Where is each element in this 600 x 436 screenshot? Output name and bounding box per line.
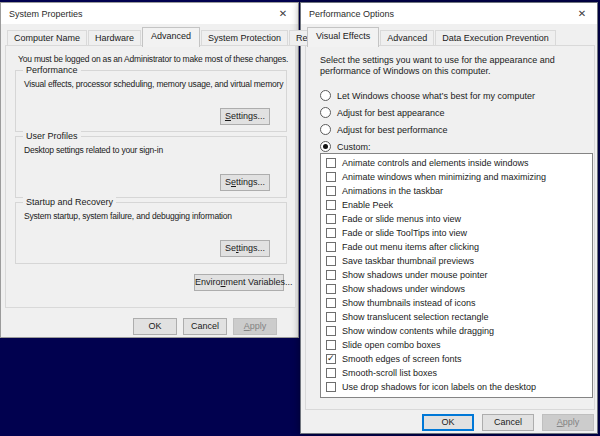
visual-effect-label: Smooth-scroll list boxes — [342, 368, 437, 378]
tab[interactable]: Advanced — [380, 30, 434, 46]
visual-effect-label: Save taskbar thumbnail previews — [342, 256, 474, 266]
ok-button[interactable]: OK — [133, 318, 177, 335]
tab-label: Hardware — [95, 33, 134, 43]
visual-effect-label: Enable Peek — [342, 200, 393, 210]
performance-settings-button[interactable]: Settings... — [220, 108, 270, 125]
radio-option[interactable]: Adjust for best performance — [320, 123, 448, 136]
radio-label: Adjust for best appearance — [337, 108, 445, 118]
checkbox-icon[interactable] — [326, 214, 336, 224]
performance-group-desc: Visual effects, processor scheduling, me… — [24, 79, 283, 89]
cancel-button[interactable]: Cancel — [482, 414, 534, 431]
radio-option[interactable]: Let Windows choose what’s best for my co… — [320, 89, 535, 102]
checkbox-icon[interactable] — [326, 354, 336, 364]
visual-effect-label: Fade or slide ToolTips into view — [342, 228, 467, 238]
performance-group-label: Performance — [23, 65, 81, 75]
visual-effect-row[interactable]: Fade or slide ToolTips into view — [321, 226, 592, 240]
cancel-button[interactable]: Cancel — [183, 318, 227, 335]
performance-group: Performance Visual effects, processor sc… — [15, 70, 287, 132]
visual-effect-label: Animate windows when minimizing and maxi… — [342, 172, 546, 182]
dialog-title: Performance Options — [301, 9, 567, 19]
close-icon[interactable]: ✕ — [567, 3, 597, 24]
ok-button[interactable]: OK — [422, 414, 474, 431]
visual-effect-label: Animate controls and elements inside win… — [342, 158, 529, 168]
tab[interactable]: Hardware — [88, 30, 141, 46]
checkbox-icon[interactable] — [326, 186, 336, 196]
checkbox-icon[interactable] — [326, 284, 336, 294]
apply-button[interactable]: Apply — [542, 414, 594, 431]
tab-label: Visual Effects — [316, 31, 370, 41]
titlebar[interactable]: Performance Options ✕ — [301, 3, 597, 24]
visual-effect-row[interactable]: Show window contents while dragging — [321, 324, 592, 338]
titlebar[interactable]: System Properties ✕ — [1, 3, 298, 24]
radio-icon[interactable] — [320, 107, 331, 118]
visual-effect-row[interactable]: Show shadows under mouse pointer — [321, 268, 592, 282]
visual-effect-row[interactable]: Show shadows under windows — [321, 282, 592, 296]
visual-effect-row[interactable]: Fade out menu items after clicking — [321, 240, 592, 254]
tab-label: Advanced — [387, 33, 427, 43]
visual-effect-row[interactable]: Save taskbar thumbnail previews — [321, 254, 592, 268]
intro-text: Select the settings you want to use for … — [320, 55, 576, 77]
visual-effect-row[interactable]: Fade or slide menus into view — [321, 212, 592, 226]
checkbox-icon[interactable] — [326, 256, 336, 266]
radio-icon[interactable] — [320, 90, 331, 101]
tab-label: Data Execution Prevention — [442, 33, 549, 43]
radio-option[interactable]: Adjust for best appearance — [320, 106, 445, 119]
visual-effects-listbox[interactable]: Animate controls and elements inside win… — [320, 153, 593, 398]
radio-icon[interactable] — [320, 124, 331, 135]
tab-bar: Computer NameHardwareAdvancedSystem Prot… — [7, 26, 336, 46]
checkbox-icon[interactable] — [326, 158, 336, 168]
visual-effect-row[interactable]: Animations in the taskbar — [321, 184, 592, 198]
tab-label: Advanced — [151, 31, 191, 41]
visual-effect-label: Use drop shadows for icon labels on the … — [342, 382, 536, 392]
visual-effect-label: Show shadows under mouse pointer — [342, 270, 488, 280]
checkbox-icon[interactable] — [326, 340, 336, 350]
visual-effect-label: Fade out menu items after clicking — [342, 242, 479, 252]
visual-effect-label: Smooth edges of screen fonts — [342, 354, 462, 364]
apply-button[interactable]: Apply — [233, 318, 277, 335]
close-icon[interactable]: ✕ — [268, 3, 298, 24]
user-profiles-settings-button[interactable]: Settings... — [220, 174, 270, 191]
visual-effect-row[interactable]: Smooth edges of screen fonts — [321, 352, 592, 366]
user-profiles-group-label: User Profiles — [23, 131, 81, 141]
checkbox-icon[interactable] — [326, 242, 336, 252]
visual-effect-label: Show window contents while dragging — [342, 326, 494, 336]
system-properties-dialog: System Properties ✕ Computer NameHardwar… — [0, 2, 299, 338]
startup-recovery-settings-button[interactable]: Settings... — [220, 240, 270, 257]
visual-effect-label: Show thumbnails instead of icons — [342, 298, 476, 308]
radio-label: Custom: — [337, 142, 371, 152]
radio-icon[interactable] — [320, 141, 331, 152]
checkbox-icon[interactable] — [326, 228, 336, 238]
visual-effect-label: Animations in the taskbar — [342, 186, 443, 196]
user-profiles-group-desc: Desktop settings related to your sign-in — [24, 145, 163, 155]
checkbox-icon[interactable] — [326, 312, 336, 322]
checkbox-icon[interactable] — [326, 298, 336, 308]
visual-effect-label: Show shadows under windows — [342, 284, 465, 294]
checkbox-icon[interactable] — [326, 200, 336, 210]
checkbox-icon[interactable] — [326, 368, 336, 378]
tab[interactable]: Data Execution Prevention — [435, 30, 556, 46]
visual-effect-row[interactable]: Smooth-scroll list boxes — [321, 366, 592, 380]
visual-effect-row[interactable]: Show translucent selection rectangle — [321, 310, 592, 324]
radio-label: Let Windows choose what’s best for my co… — [337, 91, 535, 101]
visual-effect-row[interactable]: Animate windows when minimizing and maxi… — [321, 170, 592, 184]
visual-effect-row[interactable]: Slide open combo boxes — [321, 338, 592, 352]
tab[interactable]: Visual Effects — [307, 27, 379, 47]
visual-effect-row[interactable]: Use drop shadows for icon labels on the … — [321, 380, 592, 394]
visual-effect-row[interactable]: Animate controls and elements inside win… — [321, 156, 592, 170]
visual-effect-row[interactable]: Enable Peek — [321, 198, 592, 212]
startup-recovery-group-label: Startup and Recovery — [23, 197, 116, 207]
advanced-tab-page: You must be logged on as an Administrato… — [5, 45, 296, 308]
tab-label: Computer Name — [14, 33, 80, 43]
checkbox-icon[interactable] — [326, 172, 336, 182]
tab[interactable]: System Protection — [201, 30, 288, 46]
checkbox-icon[interactable] — [326, 382, 336, 392]
environment-variables-button[interactable]: Environment Variables... — [194, 274, 284, 291]
tab[interactable]: Advanced — [142, 27, 200, 47]
tab[interactable]: Computer Name — [7, 30, 87, 46]
radio-option[interactable]: Custom: — [320, 140, 371, 153]
user-profiles-group: User Profiles Desktop settings related t… — [15, 136, 287, 198]
checkbox-icon[interactable] — [326, 270, 336, 280]
performance-options-dialog: Performance Options ✕ Visual EffectsAdva… — [300, 2, 598, 434]
checkbox-icon[interactable] — [326, 326, 336, 336]
visual-effect-row[interactable]: Show thumbnails instead of icons — [321, 296, 592, 310]
